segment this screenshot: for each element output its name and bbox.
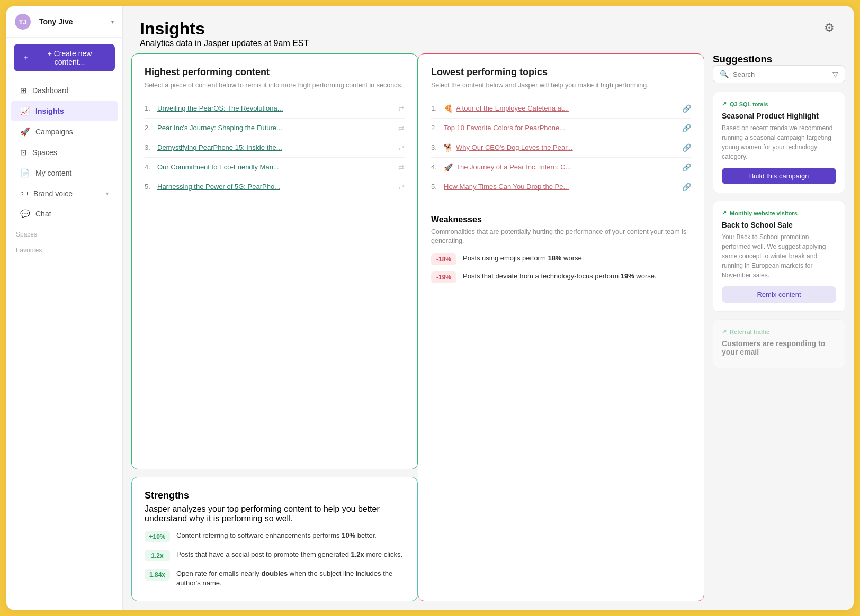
content-link[interactable]: Top 10 Favorite Colors for PearPhone... xyxy=(444,124,679,132)
emoji-icon: 🍕 xyxy=(444,104,453,113)
create-new-content-button[interactable]: ＋ + Create new content... xyxy=(14,44,115,71)
suggestion-card-3: ↗ Referral traffic Customers are respond… xyxy=(713,319,845,368)
trend-up-icon: ↗ xyxy=(722,210,727,216)
dashboard-icon: ⊞ xyxy=(20,86,27,95)
link-icon[interactable]: 🔗 xyxy=(682,124,691,132)
lowest-card-title: Lowest performing topics xyxy=(431,67,691,78)
suggestion-tag-1: ↗ Q3 SQL totals xyxy=(722,101,836,107)
emoji-icon: 🚀 xyxy=(444,163,453,171)
shuffle-icon[interactable]: ⇄ xyxy=(398,183,405,191)
link-icon[interactable]: 🔗 xyxy=(682,183,691,191)
strength-badge: +10% xyxy=(145,531,170,542)
strength-badge: 1.84x xyxy=(145,569,170,581)
strength-item: 1.84x Open rate for emails nearly double… xyxy=(145,569,405,588)
favorites-section-label: Favorites xyxy=(6,240,122,256)
content-link[interactable]: Why Our CEO's Dog Loves the Pear... xyxy=(456,143,679,151)
suggestion-title-1: Seasonal Product Highlight xyxy=(722,112,836,120)
strengths-title: Strengths xyxy=(145,490,405,501)
lowest-content-list: 1. 🍕 A tour of the Employee Cafeteria at… xyxy=(431,99,691,196)
content-link[interactable]: Unveiling the PearOS: The Revolutiona... xyxy=(157,104,395,112)
weakness-badge: -18% xyxy=(431,253,456,265)
page-subtitle: Analytics data in Jasper updates at 9am … xyxy=(140,39,309,48)
shuffle-icon[interactable]: ⇄ xyxy=(398,124,405,132)
highest-performing-card: Highest performing content Select a piec… xyxy=(131,53,418,469)
strength-text: Posts that have a social post to promote… xyxy=(176,550,402,559)
list-item[interactable]: 3. 🐕 Why Our CEO's Dog Loves the Pear...… xyxy=(431,138,691,158)
sidebar-item-insights[interactable]: 📈 Insights xyxy=(11,101,118,121)
weakness-badge: -19% xyxy=(431,271,456,283)
brand-voice-icon: 🏷 xyxy=(20,189,28,198)
link-icon[interactable]: 🔗 xyxy=(682,163,691,171)
remix-content-button[interactable]: Remix content xyxy=(722,286,836,303)
suggestion-title-3: Customers are responding to your email xyxy=(722,339,836,356)
suggestion-card-1: ↗ Q3 SQL totals Seasonal Product Highlig… xyxy=(713,92,845,193)
link-icon[interactable]: 🔗 xyxy=(682,104,691,113)
shuffle-icon[interactable]: ⇄ xyxy=(398,104,405,113)
weaknesses-desc: Commonalities that are potentially hurti… xyxy=(431,228,691,246)
suggestion-desc-1: Based on recent trends we recommend runn… xyxy=(722,123,836,161)
search-bar: 🔍 ▽ xyxy=(713,65,845,83)
list-item[interactable]: 4. Our Commitment to Eco-Friendly Man...… xyxy=(145,158,405,177)
list-item[interactable]: 5. Harnessing the Power of 5G: PearPho..… xyxy=(145,177,405,196)
sidebar-item-my-content[interactable]: 📄 My content xyxy=(11,163,118,183)
page-title: Insights xyxy=(140,19,309,39)
search-icon: 🔍 xyxy=(720,70,729,78)
shuffle-icon[interactable]: ⇄ xyxy=(398,143,405,152)
campaigns-icon: 🚀 xyxy=(20,127,30,137)
list-item[interactable]: 1. 🍕 A tour of the Employee Cafeteria at… xyxy=(431,99,691,119)
suggestions-title: Suggestions xyxy=(713,53,845,65)
settings-button[interactable]: ⚙ xyxy=(822,19,837,37)
strength-item: 1.2x Posts that have a social post to pr… xyxy=(145,550,405,561)
strength-badge: 1.2x xyxy=(145,550,170,561)
spaces-section-label: Spaces xyxy=(6,224,122,240)
content-link[interactable]: Demystifying PearPhone 15: Inside the... xyxy=(157,143,395,151)
nav-section: ⊞ Dashboard 📈 Insights 🚀 Campaigns ⊡ Spa… xyxy=(6,78,122,610)
sidebar-item-brand-voice[interactable]: 🏷 Brand voice ▾ xyxy=(11,184,118,203)
content-link[interactable]: The Journey of a Pear Inc. Intern: C... xyxy=(456,163,679,171)
content-link[interactable]: Our Commitment to Eco-Friendly Man... xyxy=(157,163,395,171)
shuffle-icon[interactable]: ⇄ xyxy=(398,163,405,171)
content-link[interactable]: How Many Times Can You Drop the Pe... xyxy=(444,183,679,191)
suggestions-panel: Suggestions 🔍 ▽ ↗ Q3 SQL totals Seasonal… xyxy=(713,53,845,601)
strength-text: Content referring to software enhancemen… xyxy=(176,531,377,540)
search-input[interactable] xyxy=(733,70,828,78)
filter-icon[interactable]: ▽ xyxy=(832,70,838,78)
list-item[interactable]: 5. How Many Times Can You Drop the Pe...… xyxy=(431,177,691,196)
content-link[interactable]: A tour of the Employee Cafeteria at... xyxy=(456,104,679,112)
suggestion-card-2: ↗ Monthly website visitors Back to Schoo… xyxy=(713,201,845,312)
lowest-performing-card: Lowest performing topics Select the cont… xyxy=(418,53,704,601)
lowest-card-desc: Select the content below and Jasper will… xyxy=(431,81,691,90)
strengths-desc: Jasper analyzes your top performing cont… xyxy=(145,504,405,523)
sidebar-item-spaces[interactable]: ⊡ Spaces xyxy=(11,142,118,162)
list-item[interactable]: 3. Demystifying PearPhone 15: Inside the… xyxy=(145,138,405,158)
weaknesses-title: Weaknesses xyxy=(431,215,691,224)
chat-icon: 💬 xyxy=(20,209,30,219)
strength-item: +10% Content referring to software enhan… xyxy=(145,531,405,542)
list-item[interactable]: 1. Unveiling the PearOS: The Revolutiona… xyxy=(145,99,405,119)
link-icon[interactable]: 🔗 xyxy=(682,143,691,152)
sidebar-item-chat[interactable]: 💬 Chat xyxy=(11,204,118,224)
weakness-text: Posts that deviate from a technology-foc… xyxy=(463,271,657,281)
avatar: TJ xyxy=(15,14,31,30)
user-header[interactable]: TJ Tony Jive ▾ xyxy=(6,6,122,38)
list-item[interactable]: 2. Pear Inc's Journey: Shaping the Futur… xyxy=(145,119,405,138)
sidebar-item-dashboard[interactable]: ⊞ Dashboard xyxy=(11,80,118,101)
weakness-item: -19% Posts that deviate from a technolog… xyxy=(431,271,691,283)
strength-text: Open rate for emails nearly doubles when… xyxy=(176,569,405,588)
user-name: Tony Jive xyxy=(39,17,73,26)
brand-voice-chevron: ▾ xyxy=(106,191,109,196)
highest-card-desc: Select a piece of content below to remix… xyxy=(145,81,405,90)
content-link[interactable]: Harnessing the Power of 5G: PearPho... xyxy=(157,183,395,191)
build-campaign-button[interactable]: Build this campaign xyxy=(722,168,836,184)
list-item[interactable]: 2. Top 10 Favorite Colors for PearPhone.… xyxy=(431,119,691,138)
insights-icon: 📈 xyxy=(20,106,30,116)
list-item[interactable]: 4. 🚀 The Journey of a Pear Inc. Intern: … xyxy=(431,158,691,177)
weakness-item: -18% Posts using emojis perform 18% wors… xyxy=(431,253,691,265)
trend-up-icon: ↗ xyxy=(722,328,727,335)
my-content-icon: 📄 xyxy=(20,168,30,178)
suggestion-tag-2: ↗ Monthly website visitors xyxy=(722,210,836,216)
content-link[interactable]: Pear Inc's Journey: Shaping the Future..… xyxy=(157,124,395,132)
suggestion-tag-3: ↗ Referral traffic xyxy=(722,328,836,335)
weakness-text: Posts using emojis perform 18% worse. xyxy=(463,253,584,263)
sidebar-item-campaigns[interactable]: 🚀 Campaigns xyxy=(11,122,118,142)
